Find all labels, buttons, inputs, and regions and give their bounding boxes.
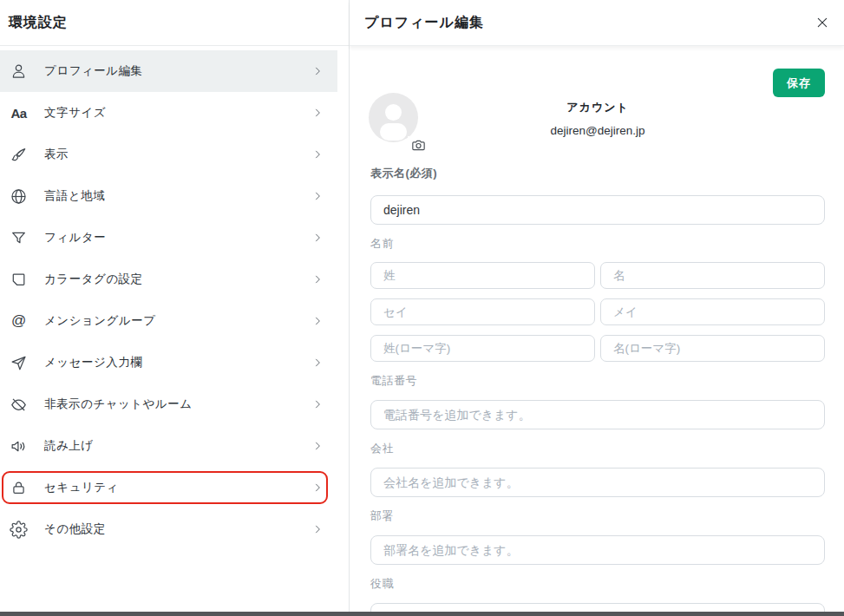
phone-label: 電話番号	[370, 374, 825, 388]
brush-icon	[9, 145, 29, 165]
phone-field[interactable]	[370, 400, 825, 429]
profile-header: アカウント dejiren@dejiren.jp	[370, 93, 825, 150]
sidebar-item-label: メンショングループ	[44, 313, 311, 329]
sidebar-menu: プロフィール編集 Aa 文字サイズ 表示	[0, 46, 349, 550]
sidebar-item-label: メッセージ入力欄	[44, 355, 311, 370]
sidebar-item-language-region[interactable]: 言語と地域	[0, 175, 337, 217]
font-size-icon: Aa	[9, 103, 29, 123]
sidebar-item-filter[interactable]: フィルター	[0, 217, 337, 259]
name-label: 名前	[370, 237, 825, 251]
account-email: dejiren@dejiren.jp	[370, 124, 825, 137]
chevron-right-icon	[311, 440, 324, 452]
chevron-right-icon	[311, 65, 324, 77]
lock-icon	[9, 478, 29, 498]
gear-icon	[9, 520, 29, 540]
chevron-right-icon	[311, 482, 324, 494]
person-icon	[9, 62, 29, 82]
department-label: 部署	[370, 509, 825, 523]
sidebar-item-label: 非表示のチャットやルーム	[44, 396, 311, 412]
settings-window: 環境設定 プロフィール編集 Aa 文字サイズ	[0, 0, 844, 616]
color-tag-icon	[9, 270, 29, 290]
sidebar-item-read-aloud[interactable]: 読み上げ	[0, 425, 337, 467]
bottom-edge-bar	[0, 612, 844, 616]
chevron-right-icon	[311, 398, 324, 410]
panel-body: 保存 アカウント dej	[350, 46, 844, 616]
chevron-right-icon	[311, 315, 324, 327]
first-name-romaji-field[interactable]	[600, 335, 825, 362]
globe-icon	[9, 187, 29, 206]
avatar[interactable]	[369, 93, 421, 150]
sidebar-item-font-size[interactable]: Aa 文字サイズ	[0, 92, 337, 134]
speaker-icon	[9, 436, 29, 456]
sidebar-item-label: セキュリティ	[44, 480, 311, 495]
sidebar-item-label: プロフィール編集	[44, 63, 311, 79]
last-name-kana-field[interactable]	[370, 298, 595, 325]
chevron-right-icon	[311, 107, 324, 119]
send-icon	[9, 353, 29, 373]
panel-header: プロフィール編集	[350, 0, 844, 46]
sidebar-item-security[interactable]: セキュリティ	[0, 467, 337, 508]
settings-sidebar: 環境設定 プロフィール編集 Aa 文字サイズ	[0, 0, 350, 616]
position-label: 役職	[370, 577, 825, 591]
sidebar-item-profile-edit[interactable]: プロフィール編集	[0, 50, 337, 92]
last-name-field[interactable]	[370, 262, 595, 289]
chevron-right-icon	[311, 190, 324, 202]
eye-off-icon	[9, 395, 29, 415]
company-label: 会社	[370, 442, 825, 455]
sidebar-item-label: 文字サイズ	[44, 105, 311, 121]
sidebar-item-display[interactable]: 表示	[0, 134, 337, 175]
chevron-right-icon	[311, 148, 324, 161]
account-info: アカウント dejiren@dejiren.jp	[370, 93, 825, 137]
sidebar-item-label: 表示	[44, 147, 311, 162]
chevron-right-icon	[311, 357, 324, 369]
display-name-field[interactable]	[370, 195, 825, 225]
sidebar-item-message-input[interactable]: メッセージ入力欄	[0, 342, 337, 383]
sidebar-item-mention-groups[interactable]: @ メンショングループ	[0, 300, 337, 342]
sidebar-item-label: 言語と地域	[44, 188, 311, 204]
close-icon[interactable]	[811, 11, 834, 34]
sidebar-item-hidden-chats[interactable]: 非表示のチャットやルーム	[0, 383, 337, 425]
chevron-right-icon	[311, 523, 324, 535]
sidebar-item-label: その他設定	[44, 521, 311, 537]
camera-icon[interactable]	[408, 136, 429, 154]
panel-title: プロフィール編集	[364, 14, 484, 32]
sidebar-item-other-settings[interactable]: その他設定	[0, 508, 337, 550]
avatar-placeholder	[369, 93, 418, 142]
display-name-label: 表示名(必須)	[370, 167, 825, 180]
company-field[interactable]	[370, 468, 825, 497]
funnel-icon	[9, 228, 29, 248]
sidebar-item-label: カラータグの設定	[44, 272, 311, 287]
sidebar-item-label: 読み上げ	[44, 438, 311, 454]
sidebar-item-color-tags[interactable]: カラータグの設定	[0, 259, 337, 300]
first-name-kana-field[interactable]	[600, 298, 825, 325]
chevron-right-icon	[311, 273, 324, 285]
sidebar-item-label: フィルター	[44, 230, 311, 246]
chevron-right-icon	[311, 232, 324, 244]
name-fields-grid	[370, 262, 825, 362]
account-heading: アカウント	[370, 100, 825, 115]
at-sign-icon: @	[9, 311, 29, 331]
department-field[interactable]	[370, 535, 825, 565]
sidebar-title: 環境設定	[0, 0, 349, 46]
first-name-field[interactable]	[600, 262, 825, 289]
last-name-romaji-field[interactable]	[370, 335, 595, 362]
profile-edit-panel: プロフィール編集 保存	[350, 0, 844, 616]
